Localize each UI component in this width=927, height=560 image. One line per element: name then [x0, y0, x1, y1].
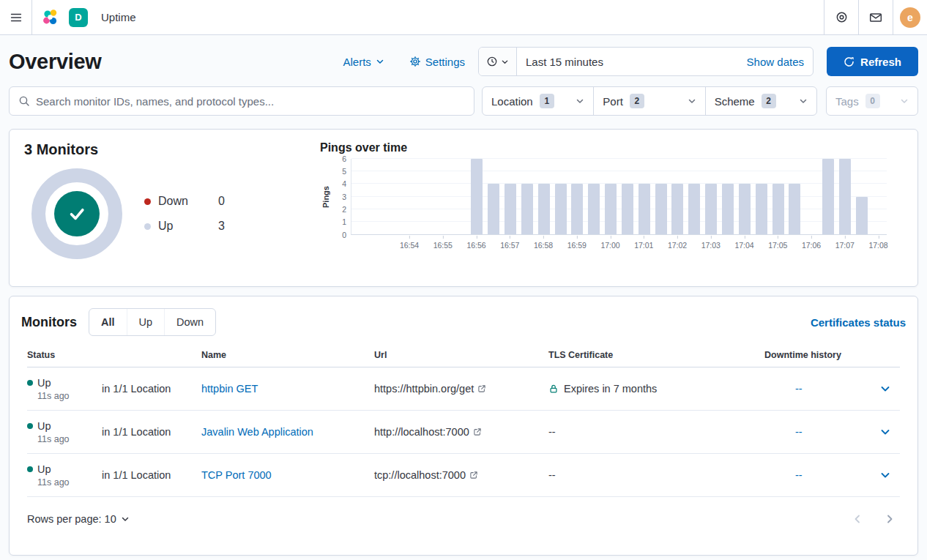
status-cell: Up11s ago	[27, 463, 102, 488]
up-dot	[144, 223, 151, 230]
expand-row-button[interactable]	[875, 465, 896, 485]
status-text: Up	[37, 420, 51, 432]
certificates-status-link[interactable]: Certificates status	[811, 316, 906, 329]
histogram-bar	[505, 184, 516, 234]
space-switcher-button[interactable]: D	[69, 8, 88, 27]
x-axis-tick-label: 16:57	[500, 235, 519, 250]
column-header-downtime: Downtime history	[764, 343, 871, 367]
pings-chart: Pings over time Pings 0123456 16:5416:55…	[320, 141, 903, 275]
x-axis-tick-label: 17:04	[734, 235, 753, 250]
downtime-cell: --	[764, 383, 871, 395]
donut-legend: Down 0 Up 3	[144, 195, 225, 233]
x-axis-tick-label: 17:01	[634, 235, 653, 250]
status-up-dot	[27, 466, 33, 472]
monitor-url-link[interactable]: http://localhost:7000	[374, 426, 482, 438]
filter-port-button[interactable]: Port 2	[593, 87, 704, 115]
lock-icon	[548, 384, 559, 394]
histogram-bar	[772, 184, 784, 234]
expand-row-button[interactable]	[875, 378, 896, 399]
expand-row-button[interactable]	[875, 422, 896, 442]
histogram-bar	[671, 184, 683, 234]
histogram-bar	[822, 159, 834, 234]
histogram-bar	[521, 184, 533, 234]
histogram-bar	[588, 184, 600, 234]
column-header-expander	[871, 348, 900, 362]
monitor-url-link[interactable]: tcp://localhost:7000	[374, 469, 478, 481]
column-header-name: Name	[201, 343, 374, 367]
histogram-bar	[839, 159, 851, 234]
filter-scheme-button[interactable]: Scheme 2	[705, 87, 816, 115]
pagination	[847, 509, 900, 529]
monitors-count-heading: 3 Monitors	[24, 141, 320, 158]
chevron-right-icon	[884, 513, 896, 525]
histogram-bar	[655, 184, 667, 234]
settings-button[interactable]: Settings	[409, 56, 465, 68]
filter-count-badge: 0	[865, 94, 880, 108]
monitor-url-link[interactable]: https://httpbin.org/get	[374, 383, 486, 395]
help-button[interactable]	[824, 0, 858, 34]
refresh-button[interactable]: Refresh	[827, 47, 918, 76]
legend-label: Down	[158, 195, 188, 208]
histogram-bar	[538, 184, 550, 234]
table-row: Up11s agoin 1/1 LocationJavalin Web Appl…	[27, 411, 900, 454]
chevron-down-icon	[501, 58, 509, 66]
table-row: Up11s agoin 1/1 LocationTCP Port 7000tcp…	[27, 454, 900, 497]
histogram-bar	[639, 184, 650, 234]
previous-page-button[interactable]	[847, 509, 868, 529]
date-range-value[interactable]: Last 15 minutes	[517, 56, 738, 68]
alerts-label: Alerts	[343, 56, 371, 68]
filter-label: Port	[603, 95, 623, 108]
column-header-url: Url	[374, 343, 548, 367]
last-check-time: 11s ago	[37, 391, 102, 401]
filter-tags-button[interactable]: Tags 0	[826, 86, 918, 116]
search-input[interactable]	[36, 95, 465, 108]
filter-up-button[interactable]: Up	[127, 309, 165, 335]
filter-label: Tags	[835, 95, 859, 108]
elastic-logo[interactable]	[32, 0, 69, 34]
column-header-status: Status	[27, 343, 102, 367]
monitor-name-link[interactable]: httpbin GET	[201, 383, 258, 395]
filter-down-button[interactable]: Down	[164, 309, 215, 335]
next-page-button[interactable]	[879, 509, 900, 529]
filter-label: Scheme	[715, 95, 755, 108]
filter-bar: Location 1 Port 2 Scheme 2 Tags 0	[9, 86, 918, 129]
status-donut	[31, 168, 122, 259]
breadcrumb[interactable]: Uptime	[94, 11, 144, 23]
filter-location-button[interactable]: Location 1	[483, 87, 593, 115]
x-axis-tick-label: 16:59	[567, 235, 587, 250]
monitor-name-link[interactable]: TCP Port 7000	[201, 469, 272, 481]
filter-group: Location 1 Port 2 Scheme 2	[482, 86, 817, 116]
refresh-label: Refresh	[860, 56, 901, 68]
external-link-icon	[477, 384, 486, 393]
search-box	[9, 86, 474, 116]
chevron-down-icon	[879, 383, 891, 395]
menu-button[interactable]	[0, 0, 32, 34]
alerts-menu-button[interactable]: Alerts	[343, 56, 384, 68]
user-menu-button[interactable]: e	[893, 0, 927, 34]
monitor-name-link[interactable]: Javalin Web Application	[201, 426, 313, 438]
y-axis-tick-label: 1	[342, 218, 346, 226]
status-cell: Up11s ago	[27, 377, 102, 401]
histogram-bar	[488, 184, 499, 234]
histogram-bar	[688, 184, 700, 234]
date-quick-select-button[interactable]	[479, 48, 517, 75]
table-footer: Rows per page: 10	[27, 497, 900, 535]
legend-value: 0	[218, 195, 225, 208]
rows-per-page-button[interactable]: Rows per page: 10	[27, 513, 130, 525]
mail-icon	[869, 11, 882, 24]
tls-cell: Expires in 7 months	[548, 383, 764, 395]
show-dates-button[interactable]: Show dates	[738, 56, 813, 68]
filter-all-button[interactable]: All	[89, 309, 127, 335]
snapshot-panel: 3 Monitors Down 0	[9, 129, 918, 287]
all-up-badge	[54, 191, 100, 236]
chevron-left-icon	[852, 513, 863, 525]
x-axis: 16:5416:5516:5616:5716:5816:5917:0017:01…	[351, 235, 887, 254]
histogram-bar	[756, 184, 767, 234]
newsfeed-button[interactable]	[858, 0, 893, 34]
histogram-bar	[856, 197, 868, 235]
x-axis-tick-label: 17:08	[868, 235, 887, 250]
histogram-bar	[605, 184, 617, 234]
date-picker: Last 15 minutes Show dates	[478, 47, 814, 76]
check-icon	[66, 203, 88, 225]
external-link-icon	[473, 428, 482, 436]
